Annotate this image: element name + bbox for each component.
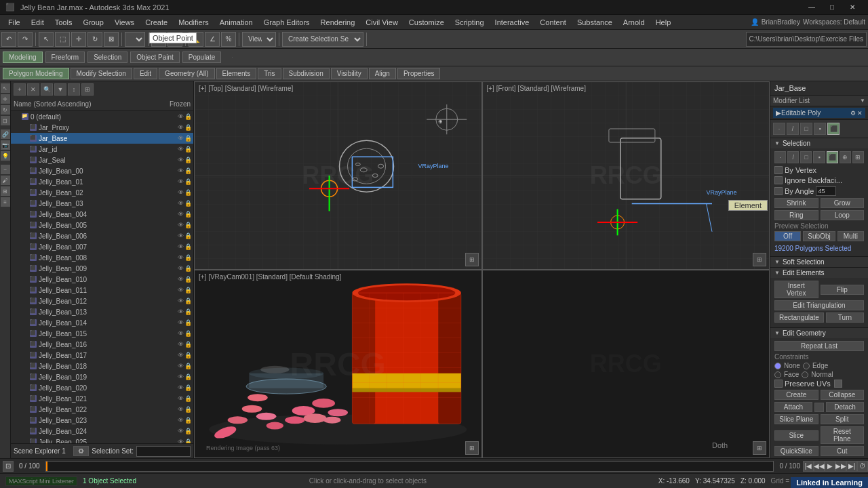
rp-modifier-delete[interactable]: ✕ (857, 110, 863, 117)
rp-cut-btn[interactable]: Cut (821, 446, 865, 456)
selection-set-input[interactable] (136, 446, 191, 457)
rp-preview-subobj[interactable]: SubObj (803, 231, 835, 241)
rp-ring-btn[interactable]: Ring (774, 210, 818, 220)
sub-edit[interactable]: Edit (134, 68, 157, 79)
scale-button[interactable]: ⊠ (104, 32, 119, 47)
rp-selection-header[interactable]: Selection (770, 138, 868, 148)
menu-interactive[interactable]: Interactive (490, 15, 535, 29)
move-button[interactable]: ✛ (71, 32, 86, 47)
scene-list-item[interactable]: ⬛Jelly_Bean_006👁🔒 (11, 230, 193, 241)
angle-snap-button[interactable]: ∠ (205, 32, 220, 47)
sub-subdivision[interactable]: Subdivision (283, 68, 330, 79)
sub-tris[interactable]: Tris (258, 68, 281, 79)
menu-tools[interactable]: Tools (50, 15, 78, 29)
scene-list-item[interactable]: ⬛Jar_Proxy👁🔒 (11, 122, 193, 133)
rp-collapse-btn[interactable]: Collapse (821, 390, 865, 400)
rp-by-angle-input[interactable] (816, 186, 836, 196)
rp-preserve-uvs-settings[interactable] (834, 380, 842, 388)
menu-substance[interactable]: Substance (572, 15, 618, 29)
rp-preview-off[interactable]: Off (774, 231, 801, 241)
menu-scripting[interactable]: Scripting (450, 15, 490, 29)
tl-next-frame[interactable]: ▶| (846, 461, 857, 472)
rp-preview-multi[interactable]: Multi (837, 231, 864, 241)
rp-flip-btn[interactable]: Flip (821, 285, 865, 295)
scene-list-item[interactable]: ⬛Jelly_Bean_021👁🔒 (11, 393, 193, 404)
mode-freeform[interactable]: Freeform (45, 52, 85, 63)
scene-filter-btn[interactable]: ▼ (54, 83, 66, 96)
lt-move-icon[interactable]: ✛ (1, 94, 10, 104)
select-button[interactable]: ↖ (39, 32, 54, 47)
scene-list-item[interactable]: ⬛Jelly_Bean_007👁🔒 (11, 241, 193, 252)
scene-list-item[interactable]: ⬛Jelly_Bean_012👁🔒 (11, 296, 193, 306)
scene-layers-btn[interactable]: ⊞ (81, 83, 94, 96)
scene-find-btn[interactable]: 🔍 (41, 83, 53, 96)
scene-list-item[interactable]: ⬛Jelly_Bean_008👁🔒 (11, 252, 193, 263)
sub-modify-selection[interactable]: Modify Selection (71, 68, 132, 79)
rp-grow-btn[interactable]: Grow (821, 198, 865, 208)
scene-list-item[interactable]: ⬛Jar_id👁🔒 (11, 144, 193, 155)
snap-button[interactable]: 📐 (189, 32, 203, 47)
viewport-top-corner-btn[interactable]: ⊞ (465, 253, 479, 266)
rp-slice-btn[interactable]: Slice (774, 430, 818, 441)
menu-arnold[interactable]: Arnold (618, 15, 650, 29)
rp-repeat-last-btn[interactable]: Repeat Last (774, 341, 864, 351)
close-button[interactable]: ✕ (842, 0, 863, 15)
unlink-button[interactable]: ⛓ (167, 32, 182, 47)
scene-list-item[interactable]: ⬛Jelly_Bean_022👁🔒 (11, 404, 193, 415)
scene-list-item[interactable]: ⬛Jelly_Bean_025👁🔒 (11, 436, 193, 443)
menu-group[interactable]: Group (77, 15, 109, 29)
rp-attach-settings-btn[interactable] (814, 403, 824, 412)
menu-help[interactable]: Help (650, 15, 677, 29)
scene-list-item[interactable]: ⬛Jelly_Bean_014👁🔒 (11, 317, 193, 328)
rp-rectangulate-btn[interactable]: Rectangulate (774, 312, 824, 323)
lt-curve-icon[interactable]: ~ (1, 165, 10, 174)
scene-list-item[interactable]: ⬛Jelly_Bean_00👁🔒 (11, 165, 193, 176)
rp-detach-btn[interactable]: Detach (826, 402, 864, 412)
viewport-persp-corner-btn[interactable]: ⊞ (753, 441, 766, 455)
viewport-camera-corner-btn[interactable]: ⊞ (465, 441, 479, 455)
mode-populate[interactable]: Populate (182, 52, 221, 63)
viewport-camera[interactable]: [+] [VRayCam001] [Standard] [Default Sha… (194, 270, 482, 458)
scene-object-list[interactable]: 📁0 (default)👁🔒⬛Jar_Proxy👁🔒⬛Jar_Base👁🔒⬛Ja… (11, 111, 193, 443)
rp-preserve-uvs-check[interactable] (774, 380, 783, 388)
scene-list-item[interactable]: ⬛Jelly_Bean_011👁🔒 (11, 285, 193, 296)
menu-edit[interactable]: Edit (26, 15, 50, 29)
rp-ignore-backfacing-check[interactable] (774, 176, 783, 184)
rp-edge-icon[interactable]: / (787, 123, 799, 135)
rp-none-radio[interactable] (774, 363, 781, 369)
scene-delete-btn[interactable]: ✕ (27, 83, 39, 96)
scene-list-item[interactable]: ⬛Jar_Base👁🔒 (11, 133, 193, 144)
scene-list-item[interactable]: ⬛Jelly_Bean_005👁🔒 (11, 220, 193, 230)
rp-sel-vertex[interactable]: · (774, 151, 786, 163)
link-button[interactable]: 🔗 (151, 32, 166, 47)
redo-button[interactable]: ↷ (18, 32, 33, 47)
rp-quickslice-btn[interactable]: QuickSlice (774, 446, 818, 456)
sub-align[interactable]: Align (369, 68, 396, 79)
tl-prev-key[interactable]: ◀◀ (814, 461, 825, 472)
rp-loop-btn[interactable]: Loop (821, 210, 865, 220)
scene-list-item[interactable]: ⬛Jelly_Bean_004👁🔒 (11, 209, 193, 220)
scene-list-item[interactable]: ⬛Jelly_Bean_02👁🔒 (11, 187, 193, 198)
menu-content[interactable]: Content (534, 15, 572, 29)
scene-list-item[interactable]: ⬛Jelly_Bean_023👁🔒 (11, 415, 193, 426)
lt-select-icon[interactable]: ↖ (1, 83, 10, 93)
rp-edit-elements-header[interactable]: Edit Elements (770, 268, 868, 278)
scene-list-item[interactable]: ⬛Jelly_Bean_017👁🔒 (11, 350, 193, 361)
scene-list-item[interactable]: 📁0 (default)👁🔒 (11, 111, 193, 122)
timeline-track[interactable] (45, 461, 774, 472)
rp-edit-geometry-header[interactable]: Edit Geometry (770, 328, 868, 338)
scene-list-item[interactable]: ⬛Jelly_Bean_024👁🔒 (11, 426, 193, 436)
select-region-button[interactable]: ⬚ (55, 32, 70, 47)
lt-paint-icon[interactable]: 🖌 (1, 176, 10, 185)
scene-list-item[interactable]: ⬛Jelly_Bean_010👁🔒 (11, 274, 193, 285)
undo-button[interactable]: ↶ (1, 32, 16, 47)
sub-visibility[interactable]: Visibility (331, 68, 368, 79)
viewport-top[interactable]: RRCG [+] [Top] [Standard] [Wireframe] VR… (194, 81, 482, 270)
rp-face-radio[interactable] (774, 371, 781, 378)
scene-sort-btn[interactable]: ↕ (68, 83, 80, 96)
maxscript-area[interactable]: MAXScript Mini Listener (5, 476, 77, 486)
rp-polygon-icon[interactable]: ▪ (814, 123, 826, 135)
sub-geometry-all[interactable]: Geometry (All) (159, 68, 214, 79)
viewport-dropdown[interactable]: View (242, 32, 276, 47)
tl-prev-frame[interactable]: |◀ (803, 461, 814, 472)
